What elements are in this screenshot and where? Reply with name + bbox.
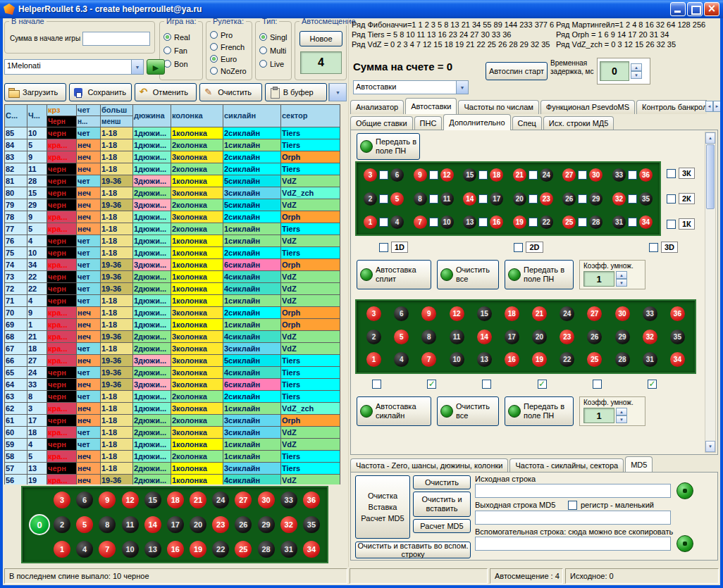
- number-1[interactable]: 1: [54, 541, 70, 558]
- number-20[interactable]: 20: [513, 192, 526, 206]
- number-19[interactable]: 19: [513, 215, 526, 229]
- column-header-5[interactable]: больш: [101, 105, 133, 116]
- column-header-1[interactable]: С...: [5, 105, 27, 127]
- spin-row[interactable]: 6018кра...чет1-182дюжи...3колонка3сиклай…: [5, 427, 340, 439]
- number-23[interactable]: 23: [560, 330, 574, 344]
- number-27[interactable]: 27: [587, 306, 602, 321]
- number-17[interactable]: 17: [167, 516, 184, 533]
- transfer-sixlines-button[interactable]: Передать в поле ПН: [505, 396, 574, 426]
- check-1К[interactable]: [667, 220, 676, 229]
- preset-combo[interactable]: 1Melonati: [4, 59, 144, 75]
- scroll-down-button[interactable]: [705, 441, 715, 452]
- spin-row[interactable]: 7222чернчет19-362дюжи...1колонка4сиклайн…: [5, 283, 340, 295]
- number-6[interactable]: 6: [76, 492, 93, 508]
- split-check-7-10[interactable]: [429, 218, 438, 227]
- check-2D[interactable]: [514, 243, 523, 252]
- number-32[interactable]: 32: [280, 516, 297, 533]
- split-check-32-35[interactable]: [628, 194, 637, 204]
- spin-down-icon[interactable]: [616, 279, 627, 287]
- split-check-9-12[interactable]: [429, 170, 438, 180]
- spin-row[interactable]: 789кра...неч1-181дюжи...3колонка2сиклайн…: [5, 211, 340, 223]
- scroll-up-button[interactable]: [705, 132, 715, 144]
- split-check-2-5[interactable]: [379, 194, 388, 204]
- minimize-button[interactable]: [670, 2, 686, 16]
- transfer-splits-button[interactable]: Передать в поле ПН: [505, 260, 574, 289]
- number-28[interactable]: 28: [258, 541, 275, 558]
- spin-row[interactable]: 709кра...неч1-181дюжи...3колонка2сиклайн…: [5, 307, 340, 319]
- number-3[interactable]: 3: [366, 306, 381, 321]
- number-16[interactable]: 16: [490, 215, 503, 229]
- split-check-19-22[interactable]: [529, 218, 538, 227]
- number-22[interactable]: 22: [560, 352, 574, 367]
- toolbar-undo-button[interactable]: Отменить: [135, 83, 197, 101]
- spin-row[interactable]: 6117черннеч1-182дюжи...2колонка3сиклайнO…: [5, 415, 340, 427]
- number-23[interactable]: 23: [212, 516, 229, 533]
- split-check-31-34[interactable]: [628, 218, 637, 227]
- number-3[interactable]: 3: [364, 168, 377, 182]
- toolbar-save-disk-button[interactable]: Сохранить: [69, 83, 131, 101]
- number-25[interactable]: 25: [562, 215, 576, 229]
- spin-row[interactable]: 623кра...неч1-181дюжи...3колонка1сиклайн…: [5, 403, 340, 415]
- number-33[interactable]: 33: [643, 306, 657, 321]
- number-32[interactable]: 32: [643, 330, 657, 344]
- spin-row[interactable]: 7510чернчет1-181дюжи...1колонка2сиклайнT…: [5, 247, 340, 259]
- clear-all-sixlines-button[interactable]: Очистить все: [437, 396, 499, 426]
- spin-down-icon[interactable]: [616, 415, 627, 423]
- number-33[interactable]: 33: [280, 492, 297, 508]
- number-22[interactable]: 22: [540, 215, 553, 229]
- md5-lowercase-checkbox[interactable]: [568, 501, 577, 510]
- spin-up-icon[interactable]: [616, 408, 627, 415]
- number-24[interactable]: 24: [540, 168, 553, 182]
- md5-source-input[interactable]: [475, 484, 671, 498]
- radio-option-Real[interactable]: Real: [163, 30, 199, 44]
- spin-row[interactable]: 594чернчет1-181дюжи...1колонка1сиклайнVd…: [5, 439, 340, 451]
- column-header-4[interactable]: чет: [77, 105, 101, 116]
- sub-tab-1[interactable]: Общие ставки: [350, 116, 413, 130]
- spin-row[interactable]: 691кра...неч1-181дюжи...1колонка1сиклайн…: [5, 319, 340, 331]
- number-19[interactable]: 19: [190, 541, 206, 558]
- split-check-27-30[interactable]: [578, 170, 587, 180]
- md5-clear-paste-aux-button[interactable]: Очистить и вставить во вспом. строку: [355, 542, 471, 558]
- number-15[interactable]: 15: [144, 492, 161, 508]
- number-18[interactable]: 18: [167, 492, 184, 508]
- number-32[interactable]: 32: [612, 192, 626, 206]
- number-36[interactable]: 36: [670, 306, 685, 321]
- toolbar-dropdown[interactable]: [328, 83, 347, 101]
- number-2[interactable]: 2: [366, 330, 381, 344]
- spin-row[interactable]: 7929черннеч19-363дюжи...2колонка5сиклайн…: [5, 199, 340, 211]
- md5-calc-button[interactable]: Расчет MD5: [413, 519, 471, 533]
- number-33[interactable]: 33: [612, 168, 626, 182]
- spin-row[interactable]: 585кра...неч1-181дюжи...2колонка1сиклайн…: [5, 451, 340, 463]
- column-header-2[interactable]: Ч...: [27, 105, 47, 127]
- autospin-start-button[interactable]: Автоспин старт: [486, 62, 548, 80]
- delay-spinner[interactable]: [631, 63, 642, 79]
- number-26[interactable]: 26: [235, 516, 252, 533]
- md5-clear-paste-button[interactable]: Очистить и вставить: [413, 492, 471, 517]
- number-23[interactable]: 23: [540, 192, 553, 206]
- split-check-15-18[interactable]: [478, 170, 488, 180]
- number-7[interactable]: 7: [99, 541, 116, 558]
- number-31[interactable]: 31: [612, 215, 626, 229]
- freq-tab-1[interactable]: Частота - Zero, шансы, дюжины, колонки: [350, 458, 508, 472]
- check-1D[interactable]: [379, 243, 388, 252]
- spin-row[interactable]: 5713черннеч1-182дюжи...1колонка3сиклайнT…: [5, 463, 340, 475]
- number-27[interactable]: 27: [235, 492, 252, 508]
- number-9[interactable]: 9: [414, 168, 427, 182]
- tabs-scroll-right-button[interactable]: [713, 101, 720, 112]
- check-3К[interactable]: [667, 169, 676, 178]
- number-30[interactable]: 30: [258, 492, 275, 508]
- md5-source-go-button[interactable]: [676, 482, 693, 499]
- column-header-9[interactable]: сектор: [281, 105, 340, 127]
- toolbar-open-folder-button[interactable]: Загрузить: [4, 83, 66, 101]
- chevron-down-icon[interactable]: [131, 60, 143, 74]
- number-20[interactable]: 20: [190, 516, 206, 533]
- freq-tab-3[interactable]: MD5: [625, 456, 653, 472]
- number-15[interactable]: 15: [477, 306, 492, 321]
- number-9[interactable]: 9: [421, 306, 436, 321]
- main-tab-5[interactable]: Контроль банкрол: [636, 100, 707, 114]
- split-check-8-11[interactable]: [429, 194, 438, 204]
- column-header-7[interactable]: колонка: [171, 105, 223, 127]
- number-21[interactable]: 21: [532, 306, 547, 321]
- split-check-21-24[interactable]: [529, 170, 538, 180]
- spin-row[interactable]: 8015черннеч1-182дюжи...3колонка3сиклайнV…: [5, 187, 340, 199]
